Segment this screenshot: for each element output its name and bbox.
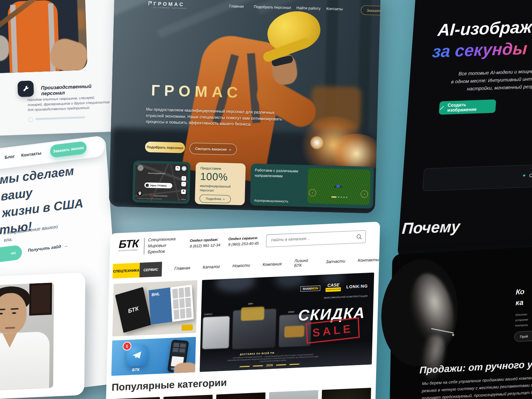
directions-card: Работаем с различныминаправлениями Агроп… [250, 164, 374, 209]
category-bulldozer[interactable] [162, 395, 212, 399]
create-image-button[interactable]: Создать изображение [439, 99, 496, 115]
wrench-icon [17, 80, 34, 97]
locate-button[interactable] [181, 189, 186, 194]
details-button[interactable]: Подробнее» [200, 195, 231, 203]
telegram-banner[interactable]: 1 БТК [111, 337, 196, 376]
zoom-in-button[interactable]: + [182, 176, 186, 181]
office-map-card[interactable]: Финляндский вкз Офис ГРОМАС М Чернышевск… [132, 161, 191, 204]
card-title: Производственный персонал [41, 82, 114, 96]
panel-industrial-staffing: Производственный персонал Находим опытны… [0, 0, 119, 136]
consultation-button[interactable]: ию [0, 245, 22, 269]
nav-item-contacts[interactable]: Контакты [326, 7, 343, 11]
category-excavator[interactable] [215, 392, 265, 399]
hero-paragraph: Мы предоставляем квалифицированный персо… [146, 106, 282, 128]
brand-logos: SHANMON CASECONSTRUCTION LONKiNG [300, 282, 368, 293]
view-vacancies-button[interactable]: Смотреть вакансии» [190, 143, 237, 155]
panel-sales-studio: АРХИ Ко ка Опытны устраняе контроль Прой… [389, 244, 532, 399]
nav-item-catalog[interactable]: Каталог [203, 264, 220, 270]
office-icon [146, 184, 149, 187]
select-staff-button[interactable]: Подобрать персонал [145, 142, 185, 153]
map-scale: — 700 м [179, 198, 186, 200]
avatar [137, 165, 143, 171]
truncated-list-item [28, 115, 101, 122]
magic-wand-icon [439, 105, 445, 111]
metro-icon: М [149, 194, 152, 197]
get-guide-link[interactable]: Получить гайд → [28, 243, 68, 253]
chevrons-icon: » [223, 198, 224, 201]
shanmon-logo: SHANMON [300, 286, 321, 292]
case-logo: CASECONSTRUCTION [326, 283, 341, 292]
nav-item-home[interactable]: Главная [174, 266, 190, 271]
sparkle-icon: ✦ [522, 173, 526, 179]
stat-eyebrow: Предоставим [200, 166, 241, 171]
gromas-logo[interactable]: ГРОМАС АУТСТАФФИНГ ПЕРСОНАЛА [153, 1, 187, 9]
map-copyright[interactable]: © Яндекс Условия использования [137, 198, 162, 200]
nav-item-select-staff[interactable]: Подобрать персонал [254, 5, 291, 10]
sales-phone[interactable]: Отдел продаж: 8 (812) 991-12-34 [190, 237, 220, 248]
nav-item-leasing[interactable]: Лизинг БТК [294, 258, 314, 268]
why-heading: Почему [401, 217, 461, 237]
man-photo [0, 283, 54, 392]
map-edit-button[interactable]: ✎ [175, 166, 180, 171]
nav-item-home[interactable]: Главная [229, 4, 244, 8]
category-trucks[interactable] [268, 390, 318, 399]
nav-item-parts[interactable]: Запчасти [326, 259, 345, 264]
category-loader[interactable] [321, 388, 371, 399]
btk-logo[interactable]: БТК СПЕЦТЕХНИКА [119, 238, 139, 252]
sale-banner[interactable]: CDM312 388H 6958V SHANMON CASECONSTRUCTI… [200, 273, 374, 372]
toy-machine [182, 324, 193, 331]
hand [174, 362, 196, 376]
zoom-out-button[interactable]: − [181, 182, 186, 186]
catalog-search[interactable] [266, 230, 366, 247]
open-magazine: BHL [149, 285, 194, 325]
stat-value: 100% [200, 171, 241, 184]
studio-heading-line1: Ко [516, 285, 532, 296]
panel-gromas-staffing: ГРОМАС АУТСТАФФИНГ ПЕРСОНАЛА Главная Под… [109, 0, 381, 213]
banner-tagline: МАКСИМАЛЬНАЯ КОМПЛЕКТАЦИЯ [324, 295, 367, 299]
brochure: БТК [115, 287, 151, 333]
tab-spectehnika[interactable]: СПЕЦТЕХНИКА [112, 263, 140, 279]
gromas-logo-icon [148, 1, 152, 6]
map-label-station: Финляндский вкз [148, 172, 165, 175]
prompt-input-label: Создать [529, 172, 532, 178]
category-backhoe[interactable] [109, 397, 160, 399]
popular-categories-heading: Популярные категории [111, 377, 227, 393]
hero-title: ГРОМАС [151, 81, 283, 102]
tractor [336, 185, 340, 188]
eyebrow-label: АРХИ [516, 277, 532, 282]
studio-cta-button[interactable]: Прой [514, 329, 532, 342]
search-input[interactable] [270, 234, 351, 243]
direction-label: Агропромышленность [254, 199, 288, 203]
map-compass-button[interactable]: ◯ [182, 166, 186, 171]
stat-caption: квалифицированныйперсонал [200, 184, 241, 193]
nav-item-contacts[interactable]: Контакты [358, 257, 379, 263]
nav-item-company[interactable]: Компания [263, 262, 282, 267]
ai-paragraph: Все топовые AI-модели и мощный редактор … [422, 65, 532, 94]
nav-item-find-job[interactable]: Найти работу [296, 6, 321, 10]
wall-frame [29, 283, 52, 316]
map-label-metro: М Чернышевская [149, 194, 167, 197]
office-pin[interactable]: Офис ГРОМАС [144, 183, 172, 189]
nav-item-news[interactable]: Новости [232, 263, 250, 268]
worker-photo [0, 0, 87, 74]
brand-tagline: СпецтехникаМировыхБрендов [148, 236, 176, 255]
lonking-logo: LONKiNG [346, 284, 368, 289]
panel-ai-images: AI-изображения за секунды Все топовые AI… [397, 0, 532, 259]
studio-heading-line2: ка [515, 296, 532, 307]
catalog-banner[interactable]: БТК BHL [112, 280, 198, 336]
tab-service[interactable]: СЕРВИС [140, 262, 162, 277]
search-icon [356, 234, 362, 240]
ai-title-line1: AI-изображения [437, 16, 532, 40]
agro-field-photo [307, 168, 371, 205]
yandex-map[interactable]: Финляндский вкз Офис ГРОМАС М Чернышевск… [135, 163, 188, 201]
panel-btk-machinery: БТК СПЕЦТЕХНИКА СпецтехникаМировыхБрендо… [104, 222, 380, 399]
ai-title-line2: за секунды [432, 39, 528, 62]
order-call-button[interactable]: Заказать звонок [361, 5, 381, 16]
service-phone[interactable]: Отдел сервиса: 8 (960) 253-40-45 [228, 236, 259, 247]
panel-man-portrait [0, 273, 85, 399]
arrow-right-icon: → [63, 243, 68, 249]
chevrons-icon: » [229, 147, 231, 151]
prompt-input[interactable]: ✦ Создать [423, 162, 532, 191]
card-body: Находим опытных сварщиков, слесарей, ток… [27, 94, 111, 112]
stat-card: Предоставим 100% квалифицированныйперсон… [195, 162, 246, 205]
